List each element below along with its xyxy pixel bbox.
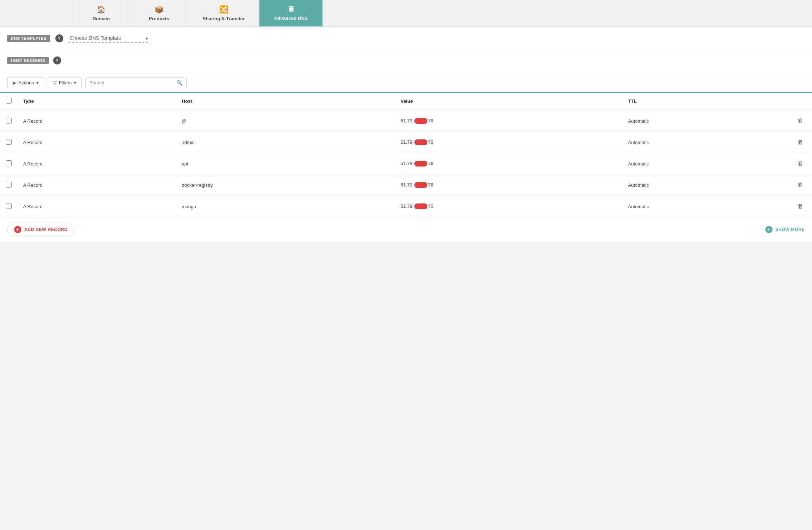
select-all-checkbox[interactable] bbox=[6, 98, 12, 104]
row-delete-cell[interactable]: 🗑 bbox=[789, 196, 812, 217]
show-more-circle-icon: + bbox=[765, 226, 773, 233]
row-checkbox-cell[interactable] bbox=[0, 174, 17, 196]
dns-templates-section: DNS TEMPLATES ? Choose DNS Template ▾ bbox=[0, 27, 812, 50]
filters-label: Filters bbox=[59, 80, 72, 85]
dns-template-select[interactable]: Choose DNS Template bbox=[68, 34, 148, 43]
row-host: @ bbox=[176, 110, 395, 132]
tab-products-label: Products bbox=[149, 16, 169, 21]
row-host: mongo bbox=[176, 196, 395, 217]
row-ttl: Automatic bbox=[622, 153, 789, 174]
row-checkbox[interactable] bbox=[6, 139, 12, 145]
plus-circle-icon: + bbox=[14, 226, 21, 233]
row-host: admin bbox=[176, 132, 395, 153]
row-delete-cell[interactable]: 🗑 bbox=[789, 174, 812, 196]
dns-icon: 🖥 bbox=[287, 5, 295, 13]
row-type: A Record bbox=[17, 132, 176, 153]
delete-record-button[interactable]: 🗑 bbox=[795, 202, 806, 211]
host-records-label: HOST RECORDS bbox=[7, 57, 49, 64]
delete-record-button[interactable]: 🗑 bbox=[795, 159, 806, 168]
redacted-value bbox=[414, 203, 427, 209]
tab-sharing-label: Sharing & Transfer bbox=[203, 16, 245, 21]
show-more-label: SHOW MORE bbox=[775, 227, 805, 232]
row-ttl: Automatic bbox=[622, 110, 789, 132]
select-all-header[interactable] bbox=[0, 93, 17, 110]
dns-templates-help[interactable]: ? bbox=[55, 34, 63, 42]
row-type: A Record bbox=[17, 174, 176, 196]
col-host: Host bbox=[176, 93, 395, 110]
row-checkbox[interactable] bbox=[6, 182, 12, 188]
table-row: A Record api 51.79.76 Automatic 🗑 bbox=[0, 153, 812, 174]
redacted-value bbox=[414, 139, 427, 145]
row-value: 51.79.76 bbox=[395, 132, 622, 153]
col-action bbox=[789, 93, 812, 110]
row-value: 51.79.76 bbox=[395, 196, 622, 217]
filter-icon: ▽ bbox=[53, 80, 57, 85]
row-type: A Record bbox=[17, 196, 176, 217]
host-records-help[interactable]: ? bbox=[53, 56, 61, 64]
actions-label: Actions bbox=[18, 80, 34, 85]
host-records-header: HOST RECORDS ? bbox=[7, 56, 805, 64]
table-footer: + ADD NEW RECORD + SHOW MORE bbox=[0, 217, 812, 241]
tab-advanced-dns[interactable]: 🖥 Advanced DNS bbox=[259, 0, 322, 26]
table-row: A Record mongo 51.79.76 Automatic 🗑 bbox=[0, 196, 812, 217]
table-row: A Record docker-registry 51.79.76 Automa… bbox=[0, 174, 812, 196]
tab-domain-label: Domain bbox=[93, 16, 110, 21]
row-type: A Record bbox=[17, 110, 176, 132]
redacted-value bbox=[414, 161, 427, 167]
toolbar: ▶ Actions ▾ ▽ Filters ▾ 🔍 bbox=[0, 73, 812, 93]
dns-template-dropdown-wrap[interactable]: Choose DNS Template ▾ bbox=[68, 34, 148, 43]
search-box[interactable]: 🔍 bbox=[85, 77, 187, 88]
host-records-section: HOST RECORDS ? bbox=[0, 50, 812, 73]
row-ttl: Automatic bbox=[622, 196, 789, 217]
table-row: A Record @ 51.79.76 Automatic 🗑 bbox=[0, 110, 812, 132]
row-ttl: Automatic bbox=[622, 174, 789, 196]
table-row: A Record admin 51.79.76 Automatic 🗑 bbox=[0, 132, 812, 153]
filters-chevron-icon: ▾ bbox=[74, 80, 76, 85]
add-record-label: ADD NEW RECORD bbox=[24, 227, 68, 232]
search-input[interactable] bbox=[89, 80, 174, 85]
nav-tabs: 🏠 Domain 📦 Products 🔀 Sharing & Transfer… bbox=[0, 0, 812, 27]
domain-icon: 🏠 bbox=[97, 5, 106, 14]
tab-products[interactable]: 📦 Products bbox=[130, 0, 188, 26]
redacted-value bbox=[414, 118, 427, 124]
row-host: api bbox=[176, 153, 395, 174]
show-more-button[interactable]: + SHOW MORE bbox=[765, 226, 805, 233]
row-type: A Record bbox=[17, 153, 176, 174]
search-icon: 🔍 bbox=[177, 80, 183, 86]
actions-button[interactable]: ▶ Actions ▾ bbox=[7, 77, 44, 88]
row-delete-cell[interactable]: 🗑 bbox=[789, 153, 812, 174]
row-value: 51.79.76 bbox=[395, 110, 622, 132]
row-checkbox-cell[interactable] bbox=[0, 132, 17, 153]
add-new-record-button[interactable]: + ADD NEW RECORD bbox=[7, 223, 75, 236]
actions-chevron-icon: ▾ bbox=[36, 80, 39, 85]
row-delete-cell[interactable]: 🗑 bbox=[789, 132, 812, 153]
tab-advanced-dns-label: Advanced DNS bbox=[274, 16, 308, 21]
delete-record-button[interactable]: 🗑 bbox=[795, 180, 806, 190]
row-checkbox[interactable] bbox=[6, 118, 12, 123]
dns-templates-label: DNS TEMPLATES bbox=[7, 35, 50, 42]
col-value: Value bbox=[395, 93, 622, 110]
delete-record-button[interactable]: 🗑 bbox=[795, 138, 806, 147]
col-type: Type bbox=[17, 93, 176, 110]
dns-records-table: Type Host Value TTL A Record @ 51.79.76 … bbox=[0, 93, 812, 217]
row-checkbox[interactable] bbox=[6, 160, 12, 166]
row-delete-cell[interactable]: 🗑 bbox=[789, 110, 812, 132]
redacted-value bbox=[414, 182, 427, 188]
row-value: 51.79.76 bbox=[395, 174, 622, 196]
main-content: DNS TEMPLATES ? Choose DNS Template ▾ HO… bbox=[0, 27, 812, 241]
delete-record-button[interactable]: 🗑 bbox=[795, 116, 806, 126]
filters-button[interactable]: ▽ Filters ▾ bbox=[48, 77, 82, 88]
row-checkbox[interactable] bbox=[6, 203, 12, 209]
row-checkbox-cell[interactable] bbox=[0, 196, 17, 217]
tab-domain[interactable]: 🏠 Domain bbox=[72, 0, 130, 26]
row-host: docker-registry bbox=[176, 174, 395, 196]
play-icon: ▶ bbox=[13, 80, 16, 85]
row-value: 51.79.76 bbox=[395, 153, 622, 174]
col-ttl: TTL bbox=[622, 93, 789, 110]
row-checkbox-cell[interactable] bbox=[0, 153, 17, 174]
row-checkbox-cell[interactable] bbox=[0, 110, 17, 132]
row-ttl: Automatic bbox=[622, 132, 789, 153]
tab-sharing-transfer[interactable]: 🔀 Sharing & Transfer bbox=[188, 0, 259, 26]
products-icon: 📦 bbox=[155, 5, 164, 14]
sharing-icon: 🔀 bbox=[219, 5, 228, 14]
